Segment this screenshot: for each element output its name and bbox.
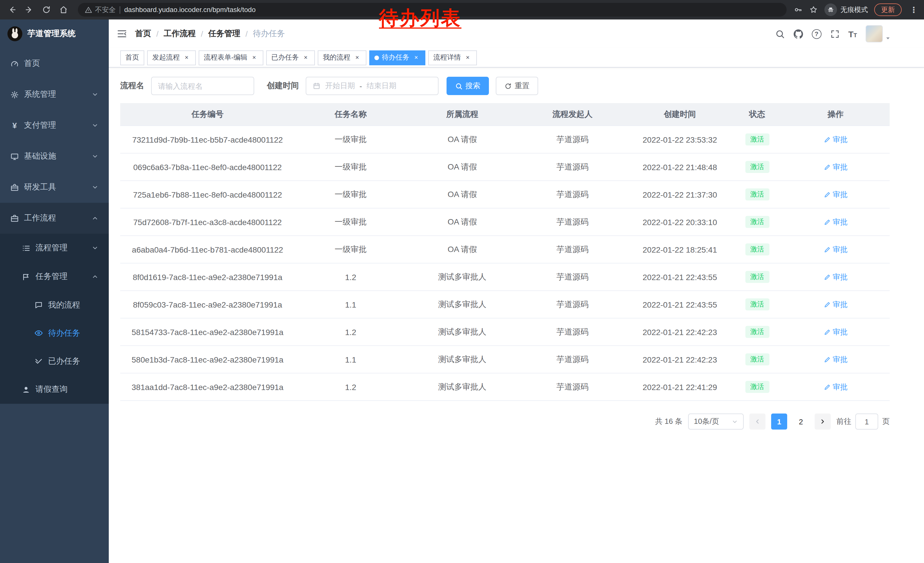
- breadcrumb-item[interactable]: 首页 /: [135, 29, 164, 39]
- forward-icon: [25, 5, 34, 14]
- sidebar-item-todo-task[interactable]: 待办任务: [0, 319, 109, 347]
- caret-down-icon: [885, 36, 891, 41]
- breadcrumb-item[interactable]: 任务管理 /: [208, 29, 253, 39]
- user-menu[interactable]: [866, 25, 891, 42]
- sidebar-item-my-process[interactable]: 我的流程: [0, 291, 109, 319]
- close-icon[interactable]: ×: [412, 54, 420, 62]
- tab[interactable]: 待办任务 ×: [369, 50, 425, 65]
- key-icon[interactable]: [794, 5, 802, 14]
- sidebar-item-infrastructure[interactable]: 基础设施: [0, 141, 109, 172]
- gear-icon: [10, 90, 19, 99]
- kebab-menu-icon[interactable]: ⋮: [908, 5, 920, 14]
- cell-initiator: 芋道源码: [518, 134, 627, 145]
- page-number-button[interactable]: 2: [793, 413, 809, 429]
- font-size-icon[interactable]: TT: [848, 30, 857, 38]
- sidebar-item-process-mgmt[interactable]: 流程管理: [0, 234, 109, 262]
- tab[interactable]: 流程详情 ×: [428, 50, 477, 65]
- cell-initiator: 芋道源码: [518, 244, 627, 255]
- cell-initiator: 芋道源码: [518, 354, 627, 365]
- github-icon[interactable]: [793, 29, 803, 39]
- sidebar: 芋道管理系统 首页 系统管理 ¥ 支付管理 基础设施: [0, 20, 109, 563]
- cell-task-id: 58154733-7ac8-11ec-a9e2-a2380e71991a: [120, 327, 295, 336]
- status-badge: 激活: [745, 326, 769, 338]
- sidebar-item-payment-mgmt[interactable]: ¥ 支付管理: [0, 110, 109, 141]
- cell-initiator: 芋道源码: [518, 189, 627, 200]
- reload-button[interactable]: [39, 2, 54, 17]
- bookmark-star-icon[interactable]: [809, 5, 818, 14]
- chevron-up-icon: [92, 215, 99, 222]
- approve-link[interactable]: 审批: [824, 162, 848, 172]
- date-range-picker[interactable]: 开始日期 - 结束日期: [306, 77, 438, 95]
- close-icon[interactable]: ×: [464, 54, 472, 62]
- security-indicator[interactable]: 不安全: [85, 5, 116, 15]
- cell-task-id: 580e1b3d-7ac8-11ec-a9e2-a2380e71991a: [120, 355, 295, 364]
- approve-link[interactable]: 审批: [824, 244, 848, 255]
- approve-link[interactable]: 审批: [824, 299, 848, 309]
- tab[interactable]: 首页 ×: [120, 50, 144, 65]
- security-label: 不安全: [95, 5, 116, 15]
- tab[interactable]: 流程表单-编辑 ×: [199, 50, 263, 65]
- search-icon[interactable]: [775, 29, 784, 39]
- cell-task-name: 1.2: [295, 382, 406, 392]
- home-button[interactable]: [56, 2, 71, 17]
- todo-table: 任务编号 任务名称 所属流程 流程发起人 创建时间 状态 操作 73211d9d…: [120, 103, 890, 401]
- address-divider: [120, 6, 120, 14]
- update-button[interactable]: 更新: [874, 3, 902, 16]
- page-number-button[interactable]: 1: [771, 413, 787, 429]
- process-name-field[interactable]: [151, 77, 254, 95]
- pagination: 共 16 条 10条/页 1 2: [120, 413, 890, 429]
- approve-link[interactable]: 审批: [824, 272, 848, 282]
- breadcrumb-item[interactable]: 工作流程 /: [164, 29, 208, 39]
- sidebar-item-leave-query[interactable]: 请假查询: [0, 375, 109, 404]
- sidebar-item-task-mgmt[interactable]: 任务管理: [0, 262, 109, 291]
- cell-initiator: 芋道源码: [518, 327, 627, 337]
- edit-icon: [824, 164, 830, 170]
- close-icon[interactable]: ×: [183, 54, 190, 62]
- close-icon[interactable]: ×: [250, 54, 258, 62]
- approve-link[interactable]: 审批: [824, 382, 848, 392]
- approve-link[interactable]: 审批: [824, 217, 848, 227]
- next-page-button[interactable]: [814, 413, 831, 429]
- monitor-icon: [10, 152, 19, 161]
- tab[interactable]: 我的流程 ×: [318, 50, 366, 65]
- total-count: 共 16 条: [655, 416, 682, 427]
- back-button[interactable]: [4, 2, 20, 17]
- sidebar-item-system-mgmt[interactable]: 系统管理: [0, 79, 109, 110]
- reset-button[interactable]: 重置: [496, 77, 538, 95]
- close-icon[interactable]: ×: [302, 54, 310, 62]
- col-initiator: 流程发起人: [518, 109, 627, 119]
- close-icon[interactable]: ×: [353, 54, 361, 62]
- sidebar-item-home[interactable]: 首页: [0, 48, 109, 79]
- cell-created: 2022-01-21 22:43:55: [627, 272, 733, 281]
- status-badge: 激活: [745, 298, 769, 311]
- cell-task-id: 75d72608-7b7f-11ec-a3c8-acde48001122: [120, 217, 295, 227]
- approve-link[interactable]: 审批: [824, 189, 848, 200]
- sidebar-item-workflow[interactable]: 工作流程: [0, 203, 109, 234]
- prev-page-button[interactable]: [749, 413, 765, 429]
- goto-page-input[interactable]: [855, 413, 878, 429]
- col-status: 状态: [733, 109, 782, 119]
- cell-process: 测试多审批人: [406, 299, 518, 309]
- tab[interactable]: 发起流程 ×: [147, 50, 196, 65]
- breadcrumb-item[interactable]: 待办任务 /: [253, 29, 285, 39]
- approve-link[interactable]: 审批: [824, 134, 848, 145]
- sidebar-item-done-task[interactable]: 已办任务: [0, 347, 109, 375]
- annotation-title: 待办列表: [379, 5, 461, 32]
- tab[interactable]: 已办任务 ×: [266, 50, 315, 65]
- search-button[interactable]: 搜索: [447, 77, 489, 95]
- table-row: 75d72608-7b7f-11ec-a3c8-acde48001122 一级审…: [120, 209, 890, 236]
- forward-button[interactable]: [22, 2, 37, 17]
- approve-link[interactable]: 审批: [824, 327, 848, 337]
- help-icon[interactable]: ?: [812, 29, 821, 39]
- avatar[interactable]: [866, 25, 883, 42]
- sidebar-collapse-button[interactable]: [117, 29, 127, 39]
- chevron-left-icon: [754, 418, 761, 425]
- cell-process: 测试多审批人: [406, 272, 518, 282]
- status-badge: 激活: [745, 243, 769, 255]
- toolbox-icon: [10, 183, 19, 192]
- approve-link[interactable]: 审批: [824, 354, 848, 365]
- process-name-input[interactable]: [158, 82, 248, 90]
- fullscreen-icon[interactable]: [830, 29, 840, 39]
- sidebar-item-dev-tools[interactable]: 研发工具: [0, 172, 109, 203]
- page-size-select[interactable]: 10条/页: [688, 413, 744, 429]
